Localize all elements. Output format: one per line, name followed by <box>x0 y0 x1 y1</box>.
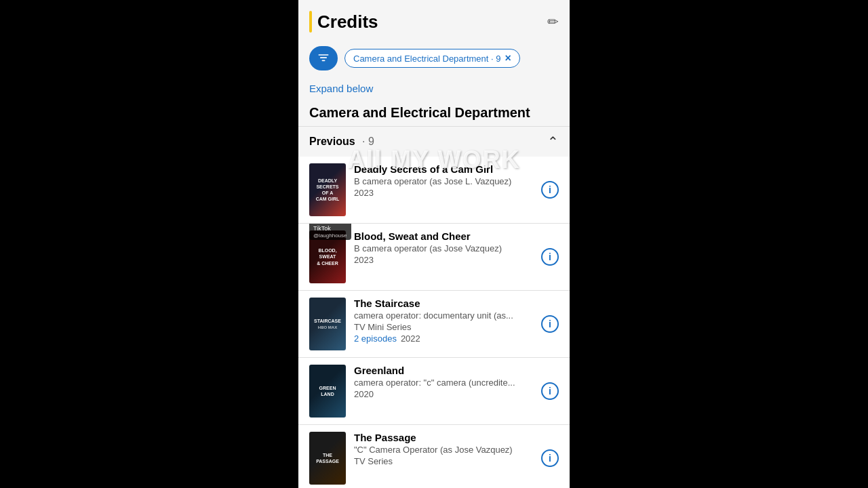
credit-role: camera operator: documentary unit (as... <box>354 310 533 321</box>
filter-chip[interactable]: Camera and Electrical Department · 9 × <box>344 49 520 68</box>
previous-row: Previous · 9 ⌃ <box>298 127 570 157</box>
credit-title[interactable]: Blood, Sweat and Cheer <box>354 230 533 242</box>
filter-row: Camera and Electrical Department · 9 × <box>298 39 570 77</box>
credit-year: 2020 <box>354 389 374 399</box>
edit-icon[interactable]: ✏ <box>547 14 559 30</box>
credit-role: "C" Camera Operator (as Jose Vazquez) <box>354 445 533 455</box>
credit-meta: 2023 <box>354 188 533 198</box>
credit-meta: 2020 <box>354 389 533 399</box>
poster-text: GREENLAND <box>317 382 339 400</box>
credit-title[interactable]: Deadly Secrets of a Cam Girl <box>354 163 533 175</box>
credit-episodes[interactable]: 2 episodes <box>354 333 397 344</box>
chevron-up-icon[interactable]: ⌃ <box>547 134 559 150</box>
filter-chip-text: Camera and Electrical Department · 9 <box>353 54 500 64</box>
previous-label: Previous <box>309 136 355 147</box>
credit-year: 2023 <box>354 255 374 265</box>
info-icon[interactable]: i <box>541 181 559 199</box>
svg-rect-0 <box>319 54 329 56</box>
poster-cam-girl[interactable]: DEADLYSECRETSOF ACAM GIRL <box>309 163 346 216</box>
credit-item: THEPASSAGE The Passage "C" Camera Operat… <box>298 425 570 488</box>
credit-subrole: TV Series <box>354 456 533 466</box>
yellow-accent-bar <box>309 11 312 33</box>
credit-info: Deadly Secrets of a Cam Girl B camera op… <box>354 163 533 198</box>
info-icon[interactable]: i <box>541 449 559 467</box>
app-container: Credits ✏ Camera and Electrical Departme… <box>298 0 570 488</box>
poster-text: THEPASSAGE <box>313 449 342 467</box>
credit-meta: 2023 <box>354 255 533 265</box>
info-icon[interactable]: i <box>541 382 559 400</box>
expand-below-link[interactable]: Expand below <box>298 77 570 97</box>
credits-list: DEADLYSECRETSOF ACAM GIRL Deadly Secrets… <box>298 157 570 488</box>
credit-info: Blood, Sweat and Cheer B camera operator… <box>354 230 533 265</box>
info-icon[interactable]: i <box>541 315 559 333</box>
credit-item: GREENLAND Greenland camera operator: "c"… <box>298 358 570 425</box>
section-heading: Camera and Electrical Department <box>298 97 570 127</box>
poster-text: STAIRCASEHBO MAX <box>311 315 344 333</box>
filter-button[interactable] <box>309 46 338 70</box>
credit-item: DEADLYSECRETSOF ACAM GIRL Deadly Secrets… <box>298 157 570 224</box>
poster-greenland[interactable]: GREENLAND <box>309 365 346 418</box>
credit-year: 2022 <box>401 333 420 344</box>
credit-role: camera operator: "c" camera (uncredite..… <box>354 378 533 388</box>
svg-rect-2 <box>322 60 326 62</box>
poster-staircase[interactable]: STAIRCASEHBO MAX <box>309 298 346 350</box>
credit-item: TikTok@laughhouse BLOOD,SWEAT& CHEER Blo… <box>298 224 570 291</box>
credit-subrole: TV Mini Series <box>354 322 533 332</box>
filter-chip-close[interactable]: × <box>505 53 511 64</box>
poster-passage[interactable]: THEPASSAGE <box>309 432 346 485</box>
previous-count: · 9 <box>362 136 374 147</box>
filter-icon <box>317 52 330 65</box>
credit-title[interactable]: Greenland <box>354 365 533 376</box>
credit-info: Greenland camera operator: "c" camera (u… <box>354 365 533 399</box>
svg-rect-1 <box>320 57 327 58</box>
previous-label-group: Previous · 9 <box>309 136 374 148</box>
poster-text: DEADLYSECRETSOF ACAM GIRL <box>313 175 342 205</box>
tiktok-badge: TikTok@laughhouse <box>309 224 351 240</box>
credit-meta: 2 episodes 2022 <box>354 333 533 344</box>
credit-info: The Staircase camera operator: documenta… <box>354 298 533 344</box>
credit-role: B camera operator (as Jose Vazquez) <box>354 243 533 253</box>
poster-text: BLOOD,SWEAT& CHEER <box>314 245 341 268</box>
credit-item: STAIRCASEHBO MAX The Staircase camera op… <box>298 291 570 358</box>
info-icon[interactable]: i <box>541 248 559 266</box>
credit-year: 2023 <box>354 188 374 198</box>
header-left: Credits <box>309 11 378 33</box>
credit-title[interactable]: The Staircase <box>354 298 533 309</box>
header: Credits ✏ <box>298 0 570 39</box>
credit-role: B camera operator (as Jose L. Vazquez) <box>354 176 533 186</box>
credit-info: The Passage "C" Camera Operator (as Jose… <box>354 432 533 468</box>
page-title: Credits <box>317 12 378 33</box>
credit-title[interactable]: The Passage <box>354 432 533 443</box>
